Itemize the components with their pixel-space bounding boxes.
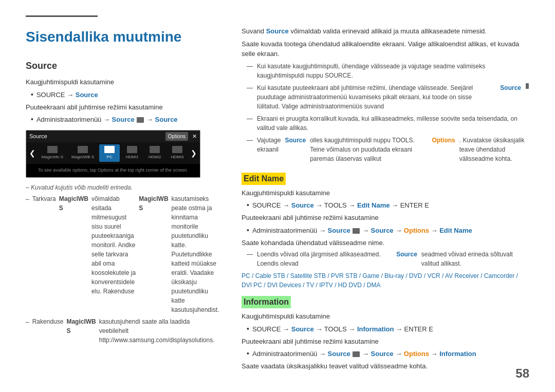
screen-mockup: Source Options ✕ ❮ MagicInfo S [26,130,200,178]
screen-options-btn: Options [165,132,188,141]
source-icon-left [137,117,144,123]
source-section-title: Source [26,59,221,73]
source-icon-right2 [353,228,360,234]
edit-touch-label: Puuteekraani abil juhtimise režiimi kasu… [242,213,529,223]
info-touch-label: Puuteekraani abil juhtimise režiimi kasu… [242,337,529,347]
info-remote-bullet: SOURCE → Source → TOOLS → Information → … [247,324,529,334]
touch-label: Puuteekraani abil juhtimise režiimi kasu… [26,102,221,113]
edit-name-title: Edit Name [242,173,286,185]
screen-close-btn: ✕ [192,132,197,141]
screen-item-icon [47,146,58,153]
page-title: Sisendallika muutmine [26,26,221,48]
edit-touch-bullet: Administraatorimenüü → Source → Source →… [247,225,529,236]
screen-nav-arrow-left: ❮ [27,148,38,159]
dash-note-2: Kui kasutate puuteekraani abil juhtimise… [242,83,529,111]
right-column: Suvand Source võimaldab valida erinevaid… [242,26,529,382]
info-remote-label: Kaugjuhtimispuldi kasutamine [242,311,529,322]
top-divider [26,15,98,17]
dash-note-3: Ekraani ei pruugita korralikult kuvada, … [242,114,529,133]
page-number: 58 [515,364,529,383]
edit-para: Saate kohandada ühendatud välisseadme ni… [242,238,529,248]
screen-top-bar: Source Options ✕ [26,130,200,142]
screen-item-hdmi3: HDMI3 [167,144,188,162]
info-title: Information [242,296,291,308]
remote-label: Kaugjuhtimispuldi kasutamine [26,77,221,87]
screen-item-pc: PC [99,144,120,162]
screen-hint: To see available options, tap Options at… [26,164,200,177]
note-magiciwb-2: Rakenduse MagicIWB S kasutusjuhendi saat… [26,317,221,345]
note-magiciwb-1: Tarkvara MagicIWB S võimaldab esitada mi… [26,194,221,314]
edit-name-section-title: Edit Name [242,166,529,188]
touch-bullet: Administraatorimenüü → Source → Source [31,114,221,125]
info-touch-bullet: Administraatorimenüü → Source → Source →… [247,348,529,359]
remote-bullet: SOURCE → Source [31,89,221,100]
info-para: Saate vaadata üksikasjalikku teavet vali… [242,361,529,371]
left-column: Sisendallika muutmine Source Kaugjuhtimi… [26,26,221,382]
dash-note-1: Kui kasutate kaugjuhtimispulti, ühendage… [242,62,529,80]
screen-note-italic: – Kuvatud kujutis võib mudeliti erineda. [26,183,221,192]
right-para1: Suvand Source võimaldab valida erinevaid… [242,26,529,36]
screen-item-icon [127,146,137,153]
screen-item-hdmi2: HDMI2 [144,144,165,162]
screen-items: MagicInfo S MagicIWB S PC HDMI1 [38,144,189,162]
screen-item-icon [78,146,88,153]
edit-dash-note: Loendis võivad olla järgmised allikasead… [242,250,529,268]
dash-note-4: Vajutage ekraanil Source olles kaugjuhti… [242,136,529,163]
screen-item-hdmi1: HDMI1 [122,144,142,162]
screen-nav: ❮ MagicInfo S MagicIWB S PC [26,142,200,164]
screen-nav-arrow-right: ❯ [189,148,199,159]
screen-item-icon [104,146,115,153]
screen-item-icon [172,146,182,153]
right-para2: Saate kuvada tootega ühendatud allikaloe… [242,39,529,59]
screen-item-magiciwb: MagicIWB S [68,144,97,162]
screen-source-label: Source [29,132,47,141]
edit-remote-bullet: SOURCE → Source → TOOLS → Edit Name → EN… [247,200,529,211]
source-icon-right1 [526,83,529,89]
device-links: PC / Cable STB / Satellite STB / PVR STB… [242,271,529,290]
edit-remote-label: Kaugjuhtimispuldi kasutamine [242,188,529,198]
screen-item-icon [150,146,160,153]
screen-item-magicinfo: MagicInfo S [39,144,66,162]
source-icon-right3 [353,351,360,357]
info-section-title: Information [242,290,529,311]
